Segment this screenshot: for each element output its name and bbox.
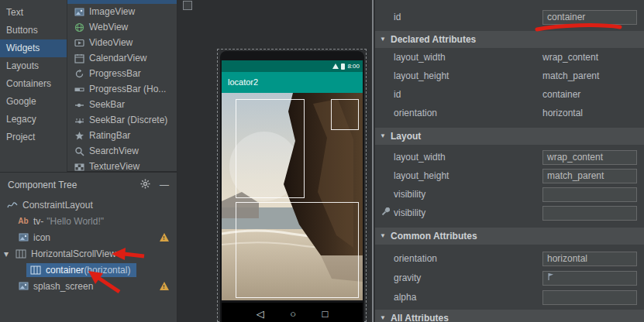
- battery-icon: [341, 63, 345, 70]
- tree-item-label: tv-: [33, 216, 43, 227]
- nav-back-icon: ◁: [257, 308, 264, 320]
- image-icon: [17, 282, 29, 290]
- palette-item-label: WebView: [89, 22, 128, 33]
- view-bounds-outline[interactable]: [331, 99, 359, 130]
- searchview-icon: [73, 146, 85, 156]
- section-common-attributes[interactable]: ▼ Common Attributes: [375, 228, 644, 245]
- layout-height-field[interactable]: match_parent: [542, 169, 637, 183]
- palette-category-buttons[interactable]: Buttons: [0, 22, 67, 39]
- section-all-attributes[interactable]: ▼ All Attributes: [375, 310, 644, 322]
- palette-item-label: ProgressBar (Ho...: [89, 84, 166, 94]
- attr-label: layout_height: [394, 166, 449, 185]
- tree-item-container[interactable]: container (horizontal): [0, 262, 177, 278]
- palette-category-list: Text Buttons Widgets Layouts Containers …: [0, 0, 67, 172]
- palette-category-layouts[interactable]: Layouts: [0, 57, 67, 75]
- attr-label: gravity: [394, 269, 421, 287]
- palette-category-google[interactable]: Google: [0, 93, 67, 111]
- tree-item-horizontalscrollview[interactable]: ▾ HorizontalScrollView: [0, 245, 177, 262]
- webview-icon: [73, 22, 85, 33]
- app-bar-title: locator2: [222, 72, 363, 93]
- attr-value[interactable]: wrap_content: [542, 48, 598, 67]
- palette-category-project[interactable]: Project: [0, 128, 67, 146]
- section-title: Declared Attributes: [391, 34, 476, 45]
- palette-item-seekbar-discrete[interactable]: SeekBar (Discrete): [67, 112, 177, 128]
- alpha-field[interactable]: [542, 290, 637, 305]
- textview-icon: Ab: [17, 217, 29, 225]
- gear-icon[interactable]: [140, 179, 150, 191]
- tree-item-label: icon: [33, 232, 50, 243]
- tree-item-textview[interactable]: Ab tv- "Hello World!": [0, 213, 177, 229]
- wrench-icon: [381, 207, 390, 218]
- view-bounds-outline[interactable]: [236, 99, 305, 198]
- imageview-icon: [73, 7, 85, 17]
- design-scrollbar[interactable]: [372, 0, 374, 322]
- ratingbar-icon: [73, 131, 85, 141]
- palette-widget-list: ImageView WebView VideoView CalendarView…: [67, 0, 177, 172]
- component-tree-title: Component Tree: [8, 180, 77, 190]
- minimize-icon[interactable]: —: [160, 180, 169, 190]
- warning-icon: !: [160, 233, 169, 242]
- tree-item-splash-screen[interactable]: splash_screen !: [0, 278, 177, 294]
- section-layout[interactable]: ▼ Layout: [375, 128, 644, 145]
- palette-item-videoview[interactable]: VideoView: [67, 35, 177, 50]
- palette-item-searchview[interactable]: SearchView: [67, 143, 177, 159]
- view-bounds-outline[interactable]: [236, 202, 359, 298]
- tree-item-label: HorizontalScrollView: [31, 248, 116, 259]
- palette-item-label: RatingBar: [89, 130, 130, 141]
- palette-item-textureview[interactable]: TextureView: [67, 159, 177, 172]
- textureview-icon: [73, 162, 85, 172]
- palette-item-label: VideoView: [89, 37, 133, 48]
- section-collapse-icon[interactable]: ▼: [380, 31, 386, 48]
- tree-item-constraintlayout[interactable]: ConstraintLayout: [0, 197, 177, 213]
- field-value: match_parent: [547, 170, 604, 183]
- editor-tab-icon[interactable]: [183, 1, 192, 10]
- tree-item-icon[interactable]: icon !: [0, 229, 177, 245]
- palette-item-label: ProgressBar: [89, 68, 141, 79]
- progressbar-horizontal-icon: [73, 84, 85, 94]
- chevron-down-icon[interactable]: ▾: [4, 248, 15, 259]
- component-tree-panel: Component Tree — ConstraintLayout Ab tv-…: [0, 172, 177, 322]
- palette-category-containers[interactable]: Containers: [0, 75, 67, 93]
- palette-item-progressbar-horizontal[interactable]: ProgressBar (Ho...: [67, 81, 177, 97]
- tree-item-label: container: [46, 265, 84, 276]
- id-field[interactable]: container: [542, 10, 637, 25]
- palette-item-webview[interactable]: WebView: [67, 19, 177, 35]
- attr-label: orientation: [394, 249, 437, 268]
- design-surface[interactable]: 8:00 locator2: [177, 0, 375, 322]
- tree-item-label: splash_screen: [33, 281, 93, 292]
- section-collapse-icon[interactable]: ▼: [380, 310, 386, 322]
- field-value: horizontal: [547, 252, 587, 265]
- palette-category-text[interactable]: Text: [0, 4, 67, 22]
- gravity-field[interactable]: [542, 271, 637, 286]
- field-value: wrap_content: [547, 151, 603, 164]
- section-declared-attributes[interactable]: ▼ Declared Attributes: [375, 31, 644, 48]
- attr-value[interactable]: horizontal: [542, 104, 583, 122]
- orientation-field[interactable]: horizontal: [542, 252, 637, 266]
- attr-value[interactable]: match_parent: [542, 67, 599, 85]
- palette-item-seekbar[interactable]: SeekBar: [67, 97, 177, 112]
- horizontalscrollview-icon: [15, 249, 27, 259]
- attr-label: visibility: [394, 204, 425, 222]
- section-collapse-icon[interactable]: ▼: [380, 128, 386, 145]
- palette-category-legacy[interactable]: Legacy: [0, 111, 67, 128]
- palette-item-imageview[interactable]: ImageView: [67, 4, 177, 19]
- tools-visibility-field[interactable]: [542, 206, 637, 221]
- palette-item-ratingbar[interactable]: RatingBar: [67, 128, 177, 143]
- navigation-bar: ◁ ○ □: [222, 303, 363, 322]
- palette-item-label: TextureView: [89, 161, 139, 172]
- attr-value[interactable]: container: [542, 85, 580, 104]
- palette-category-widgets[interactable]: Widgets: [0, 39, 67, 57]
- id-field-value: container: [547, 11, 585, 24]
- section-collapse-icon[interactable]: ▼: [380, 228, 386, 245]
- section-title: All Attributes: [391, 313, 449, 322]
- visibility-field[interactable]: [542, 187, 637, 202]
- section-title: Layout: [391, 131, 421, 142]
- calendarview-icon: [73, 53, 85, 63]
- palette-item-calendarview[interactable]: CalendarView: [67, 50, 177, 66]
- layout-width-field[interactable]: wrap_content: [542, 150, 637, 165]
- attr-label: id: [394, 85, 401, 104]
- palette-item-label: CalendarView: [89, 53, 147, 63]
- palette-item-progressbar[interactable]: ProgressBar: [67, 66, 177, 81]
- nav-home-icon: ○: [290, 308, 296, 320]
- section-title: Common Attributes: [391, 231, 477, 242]
